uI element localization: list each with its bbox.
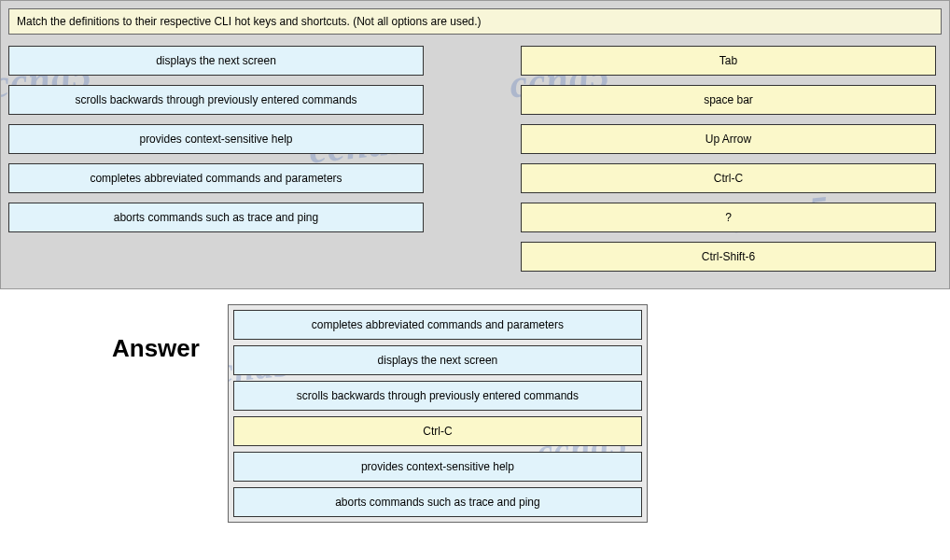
definition-item[interactable]: aborts commands such as trace and ping (8, 203, 424, 232)
question-panel: ccna5 ccna5 ccna5 ccna5 Match the defini… (0, 0, 950, 289)
answer-item[interactable]: completes abbreviated commands and param… (233, 310, 642, 340)
definitions-column: displays the next screen scrolls backwar… (8, 46, 424, 281)
question-text: Match the definitions to their respectiv… (8, 8, 942, 35)
answer-item[interactable]: displays the next screen (233, 345, 642, 375)
answer-item[interactable]: scrolls backwards through previously ent… (233, 381, 642, 411)
definition-item[interactable]: displays the next screen (8, 46, 424, 76)
answer-item[interactable]: provides context-sensitive help (233, 452, 642, 482)
definition-item[interactable]: completes abbreviated commands and param… (8, 163, 424, 193)
hotkey-item[interactable]: Up Arrow (521, 124, 936, 154)
hotkey-item[interactable]: Tab (521, 46, 936, 76)
hotkey-item[interactable]: Ctrl-Shift-6 (521, 242, 936, 272)
definition-item[interactable]: scrolls backwards through previously ent… (8, 85, 424, 115)
answer-column: ccna5 ccna5 completes abbreviated comman… (228, 304, 648, 523)
definition-item[interactable]: provides context-sensitive help (8, 124, 424, 154)
answer-heading: Answer (112, 334, 200, 363)
hotkeys-column: Tab space bar Up Arrow Ctrl-C ? Ctrl-Shi… (521, 46, 936, 281)
hotkey-item[interactable]: space bar (521, 85, 936, 115)
columns-wrap: displays the next screen scrolls backwar… (8, 46, 942, 281)
answer-item[interactable]: Ctrl-C (233, 416, 642, 446)
hotkey-item[interactable]: Ctrl-C (521, 163, 936, 193)
answer-item[interactable]: aborts commands such as trace and ping (233, 487, 642, 517)
hotkey-item[interactable]: ? (521, 203, 936, 232)
answer-section: Answer ccna5 ccna5 completes abbreviated… (0, 304, 950, 523)
